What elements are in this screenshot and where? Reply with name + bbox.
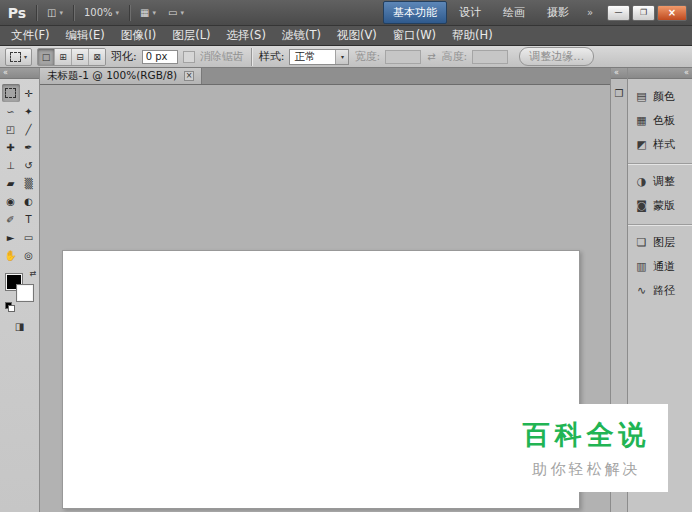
menu-item-view[interactable]: 视图(V)	[329, 26, 385, 45]
document-tab[interactable]: 未标题-1 @ 100%(RGB/8) ×	[40, 68, 202, 84]
tool-brush[interactable]: ✒	[20, 138, 38, 156]
tools-panel-header[interactable]: «	[0, 68, 39, 79]
collapsed-panel-button[interactable]: ❐	[615, 88, 624, 99]
panel-button-paths[interactable]: ∿ 路径	[628, 278, 692, 302]
default-background-icon	[8, 305, 15, 312]
selection-mode-group: □ ⊞ ⊟ ⊠	[37, 48, 106, 66]
menu-item-window[interactable]: 窗口(W)	[385, 26, 444, 45]
intersect-selection-button[interactable]: ⊠	[89, 49, 105, 65]
tool-rectangular-marquee[interactable]	[2, 84, 20, 102]
titlebar-separator	[73, 5, 74, 21]
menu-item-image[interactable]: 图像(I)	[113, 26, 164, 45]
tool-gradient[interactable]: ▒	[20, 174, 38, 192]
tool-type[interactable]: T	[20, 210, 38, 228]
document-tab-bar: 未标题-1 @ 100%(RGB/8) ×	[40, 68, 610, 85]
lasso-icon: ∽	[6, 106, 14, 117]
color-panel-label: 颜色	[653, 89, 675, 104]
tool-hand[interactable]: ✋	[2, 246, 20, 264]
panel-button-channels[interactable]: ▥ 通道	[628, 254, 692, 278]
path-selection-icon: ►	[7, 232, 15, 243]
panel-button-styles[interactable]: ◩ 样式	[628, 132, 692, 156]
panel-button-color[interactable]: ▤ 颜色	[628, 84, 692, 108]
tab-close-icon[interactable]: ×	[184, 71, 194, 81]
brush-icon: ✒	[24, 142, 32, 153]
panel-button-adjustments[interactable]: ◑ 调整	[628, 169, 692, 193]
tool-move[interactable]: ✛	[20, 84, 38, 102]
menu-item-help[interactable]: 帮助(H)	[444, 26, 501, 45]
feather-input[interactable]: 0 px	[142, 50, 178, 64]
zoom-icon: ◎	[24, 250, 33, 261]
arrange-documents-button[interactable]: ▦ ▾	[135, 5, 161, 20]
tool-dodge[interactable]: ◐	[20, 192, 38, 210]
menu-item-edit[interactable]: 编辑(E)	[58, 26, 113, 45]
tool-healing-brush[interactable]: ✚	[2, 138, 20, 156]
swatches-panel-icon: ▦	[635, 114, 648, 127]
style-label: 样式:	[259, 49, 285, 64]
panel-button-swatches[interactable]: ▦ 色板	[628, 108, 692, 132]
options-divider	[251, 48, 252, 66]
background-swatch[interactable]	[17, 285, 33, 301]
workspace-photography-button[interactable]: 摄影	[537, 1, 579, 24]
subtract-from-selection-button[interactable]: ⊟	[72, 49, 89, 65]
restore-button[interactable]: ❐	[632, 5, 655, 21]
workspace-design-button[interactable]: 设计	[449, 1, 491, 24]
panel-button-masks[interactable]: ◙ 蒙版	[628, 193, 692, 217]
channels-panel-label: 通道	[653, 259, 675, 274]
width-input[interactable]	[385, 50, 421, 64]
screen-mode-button[interactable]: ▭ ▾	[163, 5, 189, 20]
tool-blur[interactable]: ◉	[2, 192, 20, 210]
menubar: 文件(F) 编辑(E) 图像(I) 图层(L) 选择(S) 滤镜(T) 视图(V…	[0, 26, 692, 46]
minimize-button[interactable]: —	[607, 5, 630, 21]
panel-button-layers[interactable]: ❏ 图层	[628, 230, 692, 254]
zoom-level-button[interactable]: 100% ▾	[79, 5, 124, 20]
tool-history-brush[interactable]: ↺	[20, 156, 38, 174]
layers-panel-label: 图层	[653, 235, 675, 250]
tool-crop[interactable]: ◰	[2, 120, 20, 138]
antialias-checkbox[interactable]	[183, 51, 195, 63]
document-canvas[interactable]	[62, 250, 580, 509]
document-tab-title: 未标题-1 @ 100%(RGB/8)	[47, 69, 177, 83]
pen-icon: ✐	[6, 214, 14, 225]
rectangular-marquee-icon	[10, 52, 21, 62]
menu-item-filter[interactable]: 滤镜(T)	[274, 26, 329, 45]
gradient-icon: ▒	[25, 178, 33, 189]
menu-item-file[interactable]: 文件(F)	[3, 26, 58, 45]
tool-clone-stamp[interactable]: ⊥	[2, 156, 20, 174]
quick-mask-button[interactable]: ◨	[15, 321, 24, 332]
masks-panel-icon: ◙	[635, 199, 648, 212]
dock-header[interactable]: «	[628, 68, 692, 79]
add-to-selection-button[interactable]: ⊞	[55, 49, 72, 65]
workspace-essentials-button[interactable]: 基本功能	[383, 1, 447, 24]
styles-panel-icon: ◩	[635, 138, 648, 151]
default-colors-button[interactable]	[5, 302, 14, 310]
tool-eyedropper[interactable]: ╱	[20, 120, 38, 138]
launcher-button[interactable]: ◫ ▾	[42, 5, 68, 20]
tool-pen[interactable]: ✐	[2, 210, 20, 228]
tool-lasso[interactable]: ∽	[2, 102, 20, 120]
swap-colors-icon[interactable]: ⇄	[30, 269, 37, 278]
tool-eraser[interactable]: ▰	[2, 174, 20, 192]
watermark-title: 百科全说	[523, 417, 651, 453]
menu-item-layer[interactable]: 图层(L)	[164, 26, 218, 45]
height-input[interactable]	[472, 50, 508, 64]
type-icon: T	[25, 214, 31, 225]
tool-zoom[interactable]: ◎	[20, 246, 38, 264]
workspace-painting-button[interactable]: 绘画	[493, 1, 535, 24]
chevron-down-icon: ▾	[181, 9, 185, 17]
tool-preset-picker[interactable]: ▾	[5, 48, 32, 66]
close-button[interactable]: ×	[657, 5, 687, 21]
styles-panel-label: 样式	[653, 137, 675, 152]
swap-dimensions-icon[interactable]: ⇄	[426, 51, 436, 62]
new-selection-button[interactable]: □	[38, 49, 55, 65]
tools-panel: « ✛ ∽ ✦ ◰ ╱ ✚ ✒ ⊥ ↺ ▰ ▒ ◉ ◐ ✐ T ► ▭ ✋	[0, 68, 40, 512]
refine-edge-button[interactable]: 调整边缘…	[519, 47, 594, 66]
menu-item-select[interactable]: 选择(S)	[219, 26, 274, 45]
workspace-overflow-chevron[interactable]: »	[587, 7, 593, 18]
hand-icon: ✋	[4, 250, 16, 261]
tool-rectangle-shape[interactable]: ▭	[20, 228, 38, 246]
style-select[interactable]: 正常 ▾	[289, 49, 349, 65]
strip-header[interactable]: «	[611, 68, 627, 79]
tool-path-selection[interactable]: ►	[2, 228, 20, 246]
tool-quick-selection[interactable]: ✦	[20, 102, 38, 120]
eraser-icon: ▰	[7, 178, 15, 189]
